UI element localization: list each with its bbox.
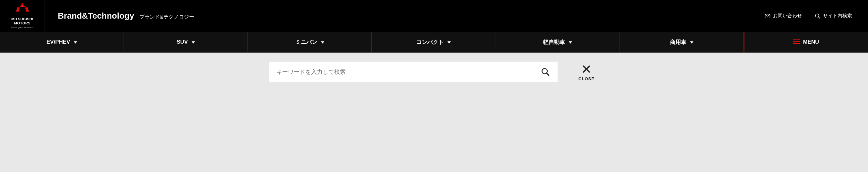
close-x-icon: ✕ — [581, 63, 592, 76]
logo-area[interactable]: MITSUBISHI MOTORS Drive your Ambition — [6, 0, 45, 32]
nav-item-kei[interactable]: 軽自動車 — [496, 32, 620, 52]
nav-label-ev-phev: EV/PHEV — [46, 39, 70, 45]
brand-tagline: Drive your Ambition — [11, 26, 33, 29]
nav-item-compact[interactable]: コンパクト — [372, 32, 496, 52]
navigation-bar: EV/PHEV SUV ミニバン コンパクト 軽自動車 商用車 MENU — [0, 32, 868, 53]
chevron-down-icon — [74, 41, 77, 44]
nav-label-commercial: 商用車 — [670, 38, 686, 46]
mitsubishi-logo-icon — [15, 3, 30, 16]
search-bar — [269, 62, 558, 82]
chevron-down-icon — [569, 41, 572, 44]
nav-label-menu: MENU — [803, 39, 819, 45]
nav-item-ev-phev[interactable]: EV/PHEV — [0, 32, 124, 52]
search-icon — [541, 67, 550, 76]
svg-line-8 — [818, 17, 820, 18]
svg-line-10 — [547, 73, 549, 76]
contact-label: お問い合わせ — [773, 13, 802, 19]
mail-icon — [765, 13, 770, 19]
site-header: MITSUBISHI MOTORS Drive your Ambition Br… — [0, 0, 868, 32]
close-label: CLOSE — [579, 76, 594, 81]
nav-label-minivan: ミニバン — [295, 38, 317, 46]
chevron-down-icon — [690, 41, 693, 44]
brand-name: MITSUBISHI MOTORS — [11, 17, 33, 25]
contact-link[interactable]: お問い合わせ — [765, 13, 802, 19]
nav-item-commercial[interactable]: 商用車 — [620, 32, 744, 52]
header-title-area: Brand&Technology ブランド&テクノロジー — [45, 11, 765, 21]
svg-point-7 — [815, 14, 819, 17]
chevron-down-icon — [321, 41, 324, 44]
search-submit-button[interactable] — [538, 65, 553, 79]
nav-item-menu[interactable]: MENU — [744, 32, 868, 52]
search-input[interactable] — [276, 69, 538, 75]
nav-label-kei: 軽自動車 — [543, 38, 565, 46]
chevron-down-icon — [447, 41, 451, 44]
nav-item-minivan[interactable]: ミニバン — [248, 32, 372, 52]
chevron-down-icon — [192, 41, 195, 44]
nav-label-compact: コンパクト — [416, 38, 444, 46]
nav-label-suv: SUV — [177, 39, 188, 45]
site-search-label: サイト内検索 — [823, 13, 852, 19]
nav-item-suv[interactable]: SUV — [124, 32, 248, 52]
header-actions: お問い合わせ サイト内検索 — [765, 13, 862, 19]
svg-point-9 — [542, 69, 547, 74]
site-search-link[interactable]: サイト内検索 — [815, 13, 852, 19]
header-search-icon — [815, 13, 820, 19]
close-button[interactable]: ✕ CLOSE — [574, 63, 599, 81]
search-area: ✕ CLOSE — [0, 53, 868, 91]
page-title-sub: ブランド&テクノロジー — [139, 14, 194, 21]
hamburger-icon — [793, 39, 800, 44]
page-title-main: Brand&Technology — [58, 11, 134, 21]
